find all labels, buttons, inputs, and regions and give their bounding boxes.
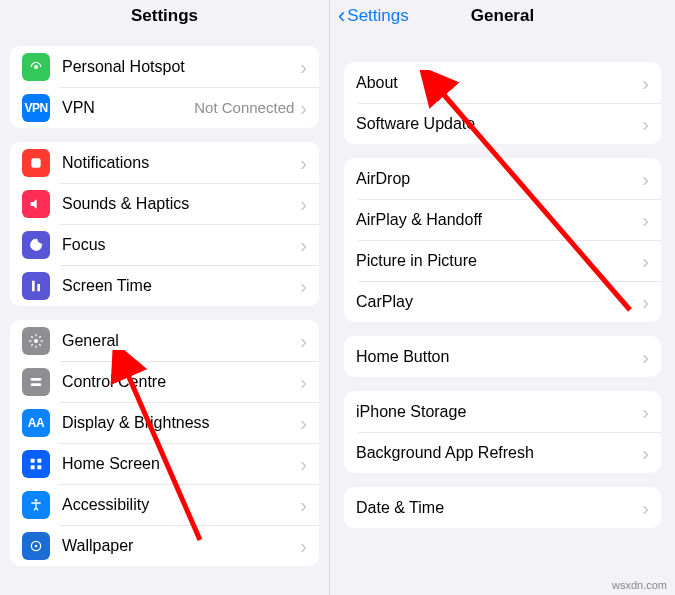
chevron-right-icon: › (300, 98, 307, 118)
sounds-icon (22, 190, 50, 218)
watermark: wsxdn.com (612, 579, 667, 591)
row-label: Wallpaper (62, 537, 300, 555)
chevron-right-icon: › (642, 292, 649, 312)
svg-rect-7 (31, 465, 35, 469)
general-row-pip[interactable]: Picture in Picture› (344, 240, 661, 281)
row-label: Display & Brightness (62, 414, 300, 432)
svg-rect-8 (37, 465, 41, 469)
row-label: Home Screen (62, 455, 300, 473)
chevron-right-icon: › (642, 210, 649, 230)
chevron-right-icon: › (642, 251, 649, 271)
row-label: Date & Time (356, 499, 642, 517)
general-group: Date & Time› (344, 487, 661, 528)
chevron-right-icon: › (300, 153, 307, 173)
settings-row-vpn[interactable]: VPNVPNNot Connected› (10, 87, 319, 128)
general-row-software-update[interactable]: Software Update› (344, 103, 661, 144)
chevron-right-icon: › (300, 372, 307, 392)
chevron-right-icon: › (300, 536, 307, 556)
row-label: Notifications (62, 154, 300, 172)
chevron-right-icon: › (300, 235, 307, 255)
general-row-home-button[interactable]: Home Button› (344, 336, 661, 377)
row-label: Personal Hotspot (62, 58, 300, 76)
screentime-icon (22, 272, 50, 300)
general-group: About›Software Update› (344, 62, 661, 144)
settings-row-personal-hotspot[interactable]: Personal Hotspot› (10, 46, 319, 87)
chevron-right-icon: › (642, 347, 649, 367)
focus-icon (22, 231, 50, 259)
settings-row-display[interactable]: AADisplay & Brightness› (10, 402, 319, 443)
svg-rect-6 (37, 458, 41, 462)
row-label: CarPlay (356, 293, 642, 311)
settings-row-home-screen[interactable]: Home Screen› (10, 443, 319, 484)
row-status: Not Connected (194, 99, 294, 116)
settings-group: Personal Hotspot›VPNVPNNot Connected› (10, 46, 319, 128)
chevron-right-icon: › (642, 114, 649, 134)
back-label: Settings (347, 6, 408, 26)
settings-row-accessibility[interactable]: Accessibility› (10, 484, 319, 525)
settings-row-general[interactable]: General› (10, 320, 319, 361)
settings-row-wallpaper[interactable]: Wallpaper› (10, 525, 319, 566)
row-label: AirDrop (356, 170, 642, 188)
hotspot-icon (22, 53, 50, 81)
row-label: Picture in Picture (356, 252, 642, 270)
row-label: Control Centre (62, 373, 300, 391)
chevron-right-icon: › (642, 402, 649, 422)
chevron-right-icon: › (300, 194, 307, 214)
chevron-right-icon: › (642, 169, 649, 189)
general-row-iphone-storage[interactable]: iPhone Storage› (344, 391, 661, 432)
general-title: General (471, 6, 534, 26)
svg-rect-1 (31, 158, 40, 167)
general-nav: ‹ Settings General (330, 0, 675, 32)
row-label: VPN (62, 99, 194, 117)
row-label: Focus (62, 236, 300, 254)
wallpaper-icon (22, 532, 50, 560)
svg-rect-4 (31, 383, 42, 386)
general-group: Home Button› (344, 336, 661, 377)
chevron-right-icon: › (300, 495, 307, 515)
display-icon: AA (22, 409, 50, 437)
general-icon (22, 327, 50, 355)
accessibility-icon (22, 491, 50, 519)
chevron-right-icon: › (300, 276, 307, 296)
chevron-right-icon: › (300, 413, 307, 433)
settings-row-control-centre[interactable]: Control Centre› (10, 361, 319, 402)
settings-row-screen-time[interactable]: Screen Time› (10, 265, 319, 306)
row-label: Sounds & Haptics (62, 195, 300, 213)
general-group: AirDrop›AirPlay & Handoff›Picture in Pic… (344, 158, 661, 322)
row-label: Accessibility (62, 496, 300, 514)
svg-point-2 (34, 339, 38, 343)
settings-pane: Settings Personal Hotspot›VPNVPNNot Conn… (0, 0, 330, 595)
chevron-right-icon: › (300, 331, 307, 351)
settings-row-notifications[interactable]: Notifications› (10, 142, 319, 183)
vpn-icon: VPN (22, 94, 50, 122)
general-row-airdrop[interactable]: AirDrop› (344, 158, 661, 199)
row-label: Software Update (356, 115, 642, 133)
settings-row-focus[interactable]: Focus› (10, 224, 319, 265)
settings-title: Settings (131, 6, 198, 26)
settings-nav: Settings (0, 0, 329, 32)
general-row-date-time[interactable]: Date & Time› (344, 487, 661, 528)
chevron-right-icon: › (300, 454, 307, 474)
general-row-background-refresh[interactable]: Background App Refresh› (344, 432, 661, 473)
chevron-right-icon: › (642, 498, 649, 518)
settings-group: Notifications›Sounds & Haptics›Focus›Scr… (10, 142, 319, 306)
chevron-left-icon: ‹ (338, 5, 345, 27)
svg-point-0 (34, 65, 38, 69)
back-button[interactable]: ‹ Settings (338, 5, 409, 27)
chevron-right-icon: › (300, 57, 307, 77)
row-label: Screen Time (62, 277, 300, 295)
svg-point-11 (35, 544, 38, 547)
row-label: AirPlay & Handoff (356, 211, 642, 229)
row-label: Home Button (356, 348, 642, 366)
row-label: General (62, 332, 300, 350)
settings-row-sounds[interactable]: Sounds & Haptics› (10, 183, 319, 224)
general-row-about[interactable]: About› (344, 62, 661, 103)
home-screen-icon (22, 450, 50, 478)
general-row-carplay[interactable]: CarPlay› (344, 281, 661, 322)
svg-rect-3 (31, 378, 42, 381)
row-label: Background App Refresh (356, 444, 642, 462)
general-group: iPhone Storage›Background App Refresh› (344, 391, 661, 473)
chevron-right-icon: › (642, 443, 649, 463)
app-root: Settings Personal Hotspot›VPNVPNNot Conn… (0, 0, 675, 595)
general-row-airplay[interactable]: AirPlay & Handoff› (344, 199, 661, 240)
